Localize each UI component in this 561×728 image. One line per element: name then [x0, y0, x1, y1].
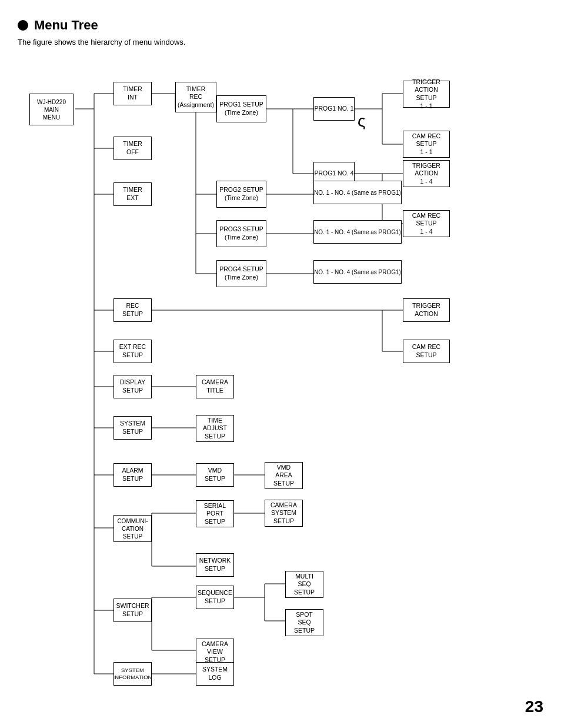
switcher-setup-box: SWITCHER SETUP [113, 599, 152, 622]
system-setup-box: SYSTEM SETUP [113, 416, 152, 440]
network-setup-box: NETWORK SETUP [196, 553, 234, 577]
subtitle: The figure shows the hierarchy of menu w… [18, 38, 543, 46]
prog2-setup-box: PROG2 SETUP (Time Zone) [216, 181, 266, 208]
vmd-setup-box: VMD SETUP [196, 463, 234, 487]
main-menu-box: WJ-HD220 MAIN MENU [29, 94, 74, 125]
rec-setup-box: REC SETUP [113, 298, 152, 322]
prog1-setup-box: PROG1 SETUP (Time Zone) [216, 95, 266, 122]
timer-int-box: TIMER INT [113, 82, 152, 105]
prog3-no14-box: NO. 1 - NO. 4 (Same as PROG1) [313, 220, 402, 244]
prog3-setup-box: PROG3 SETUP (Time Zone) [216, 220, 266, 247]
page: Menu Tree The figure shows the hierarchy… [0, 0, 561, 728]
sequence-setup-box: SEQUENCE SETUP [196, 586, 234, 609]
spot-seq-box: SPOT SEQ SETUP [285, 609, 323, 636]
system-log-box: SYSTEM LOG [196, 662, 234, 686]
cam-rec-1-1-box: CAM REC SETUP 1 - 1 [403, 131, 450, 158]
multi-seq-box: MULTI SEQ SETUP [285, 571, 323, 598]
curly-brace-1: ς [358, 113, 366, 129]
vmd-area-setup-box: VMD AREA SETUP [265, 462, 303, 489]
ext-rec-setup-box: EXT REC SETUP [113, 340, 152, 363]
prog1-no1-box: PROG1 NO. 1 [313, 97, 355, 121]
cam-rec-1-4-box: CAM REC SETUP 1 - 4 [403, 210, 450, 237]
camera-title-box: CAMERA TITLE [196, 375, 234, 398]
diagram-area: WJ-HD220 MAIN MENU TIMER INT TIMER OFF T… [18, 57, 547, 704]
trigger-action-main-box: TRIGGER ACTION [403, 298, 450, 322]
camera-system-box: CAMERA SYSTEM SETUP [265, 500, 303, 527]
system-info-box: SYSTEM INFORMATION [113, 662, 152, 686]
timer-off-box: TIMER OFF [113, 137, 152, 160]
cam-rec-main-box: CAM REC SETUP [403, 340, 450, 363]
title-row: Menu Tree [18, 18, 543, 33]
prog2-no14-box: NO. 1 - NO. 4 (Same as PROG1) [313, 181, 402, 204]
communi-setup-box: COMMUNI- CATION SETUP [113, 515, 152, 542]
timer-rec-box: TIMER REC (Assignment) [175, 82, 216, 112]
bullet-icon [18, 20, 28, 31]
trigger-action-1-1-box: TRIGGER ACTION SETUP 1 - 1 [403, 81, 450, 108]
trigger-action-1-4-box: TRIGGER ACTION 1 - 4 [403, 160, 450, 187]
alarm-setup-box: ALARM SETUP [113, 463, 152, 487]
time-adjust-box: TIME ADJUST SETUP [196, 415, 234, 442]
prog4-no14-box: NO. 1 - NO. 4 (Same as PROG1) [313, 260, 402, 284]
timer-ext-box: TIMER EXT [113, 182, 152, 206]
page-number: 23 [525, 697, 543, 716]
display-setup-box: DISPLAY SETUP [113, 375, 152, 398]
prog4-setup-box: PROG4 SETUP (Time Zone) [216, 260, 266, 287]
connector-lines [18, 57, 547, 704]
page-title: Menu Tree [34, 18, 98, 33]
serial-port-box: SERIAL PORT SETUP [196, 500, 234, 527]
